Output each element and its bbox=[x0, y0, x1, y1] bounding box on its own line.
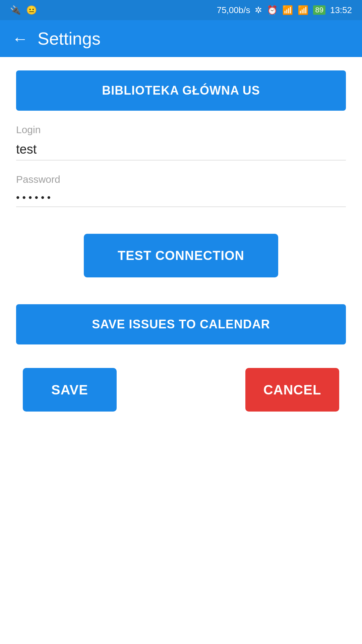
page-title: Settings bbox=[38, 29, 101, 49]
test-connection-button[interactable]: TEST CONNECTION bbox=[84, 234, 278, 277]
password-input[interactable]: •••••• bbox=[16, 189, 346, 207]
action-row: SAVE CANCEL bbox=[16, 368, 346, 412]
status-bar-left: 🔌 😐 bbox=[10, 5, 37, 15]
bluetooth-icon: ✲ bbox=[255, 5, 262, 15]
status-bar-right: 75,00b/s ✲ ⏰ 📶 📶 89 13:52 bbox=[217, 5, 352, 15]
password-field-group: Password •••••• bbox=[16, 174, 346, 207]
signal-icon: 📶 bbox=[298, 5, 308, 15]
library-button[interactable]: BIBLIOTEKA GŁÓWNA US bbox=[16, 70, 346, 111]
wifi-icon: 📶 bbox=[282, 5, 293, 15]
main-content: BIBLIOTEKA GŁÓWNA US Login test Password… bbox=[0, 57, 362, 425]
login-field-group: Login test bbox=[16, 124, 346, 160]
save-button[interactable]: SAVE bbox=[23, 368, 117, 412]
time: 13:52 bbox=[330, 5, 352, 15]
password-label: Password bbox=[16, 174, 346, 185]
save-issues-button[interactable]: SAVE ISSUES TO CALENDAR bbox=[16, 304, 346, 344]
notification-icon: 😐 bbox=[26, 5, 37, 15]
cancel-button[interactable]: CANCEL bbox=[245, 368, 339, 412]
usb-icon: 🔌 bbox=[10, 5, 21, 15]
network-speed: 75,00b/s bbox=[217, 5, 250, 15]
login-label: Login bbox=[16, 124, 346, 136]
back-button[interactable]: ← bbox=[12, 30, 28, 48]
status-bar: 🔌 😐 75,00b/s ✲ ⏰ 📶 📶 89 13:52 bbox=[0, 0, 362, 20]
alarm-icon: ⏰ bbox=[267, 5, 278, 15]
battery-level: 89 bbox=[313, 5, 325, 15]
app-bar: ← Settings bbox=[0, 20, 362, 57]
login-input[interactable]: test bbox=[16, 139, 346, 160]
